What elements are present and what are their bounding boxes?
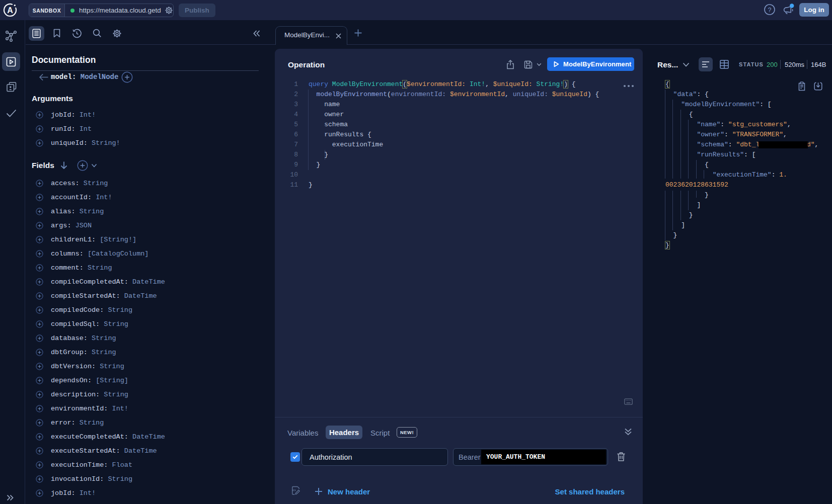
svg-text:A: A [7,6,13,15]
svg-text:?: ? [768,7,772,14]
